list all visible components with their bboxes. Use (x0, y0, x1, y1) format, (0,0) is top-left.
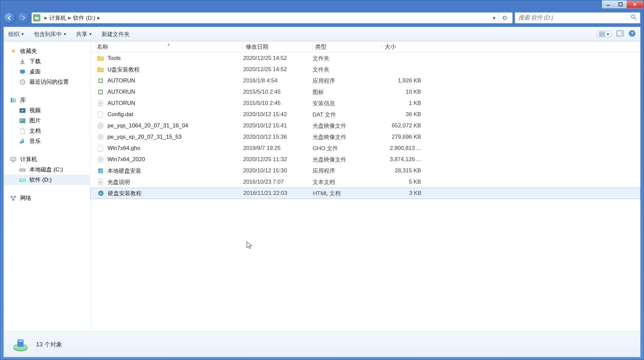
close-button[interactable] (626, 0, 643, 8)
file-date: 2016/11/21 22:03 (243, 190, 313, 197)
sidebar-item-videos[interactable]: 视频 (4, 105, 90, 115)
organize-menu[interactable]: 组织▼ (8, 30, 24, 38)
address-dropdown[interactable]: ▾ (490, 15, 498, 21)
file-row[interactable]: pe_yqs_xp_20_07_31_15_532020/10/12 15:36… (90, 131, 640, 143)
file-list[interactable]: Tools2020/12/25 14:52文件夹U盘安装教程2020/12/25… (90, 53, 640, 331)
sidebar-item-desktop[interactable]: 桌面 (4, 67, 90, 77)
file-type: 文件夹 (313, 66, 382, 73)
svg-text:e: e (100, 191, 102, 195)
column-headers: 名称 ▲ 修改日期 类型 大小 (90, 41, 640, 53)
svg-rect-14 (13, 98, 14, 103)
refresh-button[interactable] (498, 13, 511, 23)
file-row[interactable]: AUTORUN2015/5/10 2:45安装信息1 KB (90, 98, 640, 109)
svg-rect-21 (20, 169, 25, 171)
file-icon (97, 133, 104, 141)
library-icon (10, 97, 17, 104)
file-icon (97, 88, 104, 96)
file-size: 279,696 KB (382, 134, 425, 140)
file-size: 1,926 KB (382, 77, 425, 84)
file-row[interactable]: U盘安装教程2020/12/25 14:52文件夹 (90, 64, 640, 75)
svg-rect-11 (21, 73, 23, 74)
share-menu[interactable]: 共享▼ (76, 30, 92, 38)
file-row[interactable]: Win7x64_20202020/12/25 11:32光盘映像文件3,874,… (90, 154, 640, 165)
view-mode-button[interactable]: ▼ (597, 31, 612, 37)
address-bar[interactable]: ▶ 计算机 ▶ 软件 (D:) ▶ ▾ (31, 12, 513, 23)
svg-rect-38 (98, 168, 103, 173)
column-date[interactable]: 修改日期 (243, 43, 313, 51)
file-row[interactable]: Config.dat2020/10/12 15:42DAT 文件36 KB (90, 109, 640, 120)
back-button[interactable] (4, 12, 16, 24)
breadcrumb[interactable]: ▶ 计算机 ▶ 软件 (D:) ▶ (42, 14, 102, 22)
search-input[interactable] (518, 15, 631, 21)
search-box[interactable] (515, 12, 640, 23)
svg-rect-10 (20, 70, 25, 73)
file-name: 硬盘安装教程 (108, 190, 142, 197)
file-icon (97, 167, 104, 174)
file-row[interactable]: Tools2020/12/25 14:52文件夹 (90, 53, 640, 64)
svg-rect-25 (11, 196, 13, 198)
svg-rect-2 (35, 17, 39, 20)
maximize-button[interactable] (614, 0, 627, 8)
new-folder-button[interactable]: 新建文件夹 (102, 30, 130, 38)
svg-rect-26 (14, 196, 16, 198)
file-row[interactable]: pe_yqs_1064_20_07_31_16_042020/10/12 15:… (90, 120, 640, 131)
sidebar-item-music[interactable]: 音乐 (4, 136, 90, 146)
sidebar-item-downloads[interactable]: 下载 (4, 56, 90, 67)
forward-button[interactable] (18, 12, 29, 24)
file-date: 2020/12/25 14:52 (243, 55, 313, 62)
sidebar-libraries[interactable]: 库 (4, 95, 90, 105)
crumb-drive[interactable]: 软件 (D:) (73, 14, 95, 22)
video-icon (19, 107, 26, 114)
svg-rect-20 (12, 161, 14, 162)
sidebar-item-drive-d[interactable]: 软件 (D:) (4, 175, 90, 185)
search-icon[interactable] (631, 14, 637, 22)
include-library-menu[interactable]: 包含到库中▼ (34, 30, 67, 38)
content-area: ★ 收藏夹 下载 桌面 最近访问的位置 (4, 41, 640, 331)
file-row[interactable]: 光盘说明2016/10/23 7:07文本文档5 KB (90, 176, 640, 188)
file-type: 光盘映像文件 (313, 133, 382, 141)
column-size[interactable]: 大小 (382, 43, 425, 51)
file-size: 3 KB (382, 190, 425, 197)
file-row[interactable]: AUTORUN2016/1/8 4:54应用程序1,926 KB (90, 75, 640, 86)
file-row[interactable]: e硬盘安装教程2016/11/21 22:03HTML 文档3 KB (90, 188, 640, 199)
sidebar-item-recent[interactable]: 最近访问的位置 (4, 77, 90, 87)
help-button[interactable]: ? (628, 30, 636, 39)
file-size: 28,315 KB (382, 167, 425, 174)
minimize-button[interactable] (602, 0, 615, 8)
svg-point-35 (100, 136, 101, 138)
file-row[interactable]: AUTORUN2015/5/10 2:45图标10 KB (90, 86, 640, 98)
file-name: 光盘说明 (107, 178, 130, 186)
file-row[interactable]: 本地硬盘安装2020/10/12 15:30应用程序28,315 KB (90, 165, 640, 176)
sidebar-computer[interactable]: 计算机 (4, 154, 90, 164)
chevron-right-icon: ▶ (68, 16, 71, 20)
svg-point-3 (35, 19, 36, 19)
navigation-pane: ★ 收藏夹 下载 桌面 最近访问的位置 (4, 41, 90, 331)
preview-pane-button[interactable] (617, 30, 624, 38)
file-date: 2020/10/12 15:30 (243, 167, 313, 174)
sidebar-item-documents[interactable]: 文档 (4, 126, 90, 136)
navigation-bar: ▶ 计算机 ▶ 软件 (D:) ▶ ▾ (4, 10, 640, 25)
file-icon (97, 111, 104, 118)
file-name: U盘安装教程 (107, 66, 140, 73)
file-size: 5 KB (382, 179, 425, 185)
title-bar (0, 0, 644, 10)
file-size: 1 KB (382, 100, 425, 107)
file-type: 文件夹 (313, 55, 382, 62)
svg-rect-29 (99, 79, 102, 82)
sidebar-favorites[interactable]: ★ 收藏夹 (4, 46, 90, 56)
sort-ascending-icon: ▲ (167, 42, 170, 46)
file-name: pe_yqs_1064_20_07_31_16_04 (107, 122, 188, 129)
file-date: 2015/5/10 2:45 (243, 100, 313, 107)
file-row[interactable]: Win7x64.gho2019/9/7 19:25GHO 文件2,900,813… (90, 143, 640, 154)
file-type: 图标 (313, 88, 382, 96)
column-name[interactable]: 名称 ▲ (94, 43, 243, 51)
sidebar-network[interactable]: 网络 (4, 193, 90, 203)
file-icon (97, 156, 104, 163)
sidebar-item-drive-c[interactable]: 本地磁盘 (C:) (4, 164, 90, 175)
sidebar-item-pictures[interactable]: 图片 (4, 115, 90, 126)
crumb-computer[interactable]: 计算机 (49, 14, 66, 22)
file-type: 安装信息 (313, 100, 382, 107)
svg-point-18 (21, 119, 22, 121)
music-icon (19, 138, 26, 145)
column-type[interactable]: 类型 (313, 43, 382, 51)
